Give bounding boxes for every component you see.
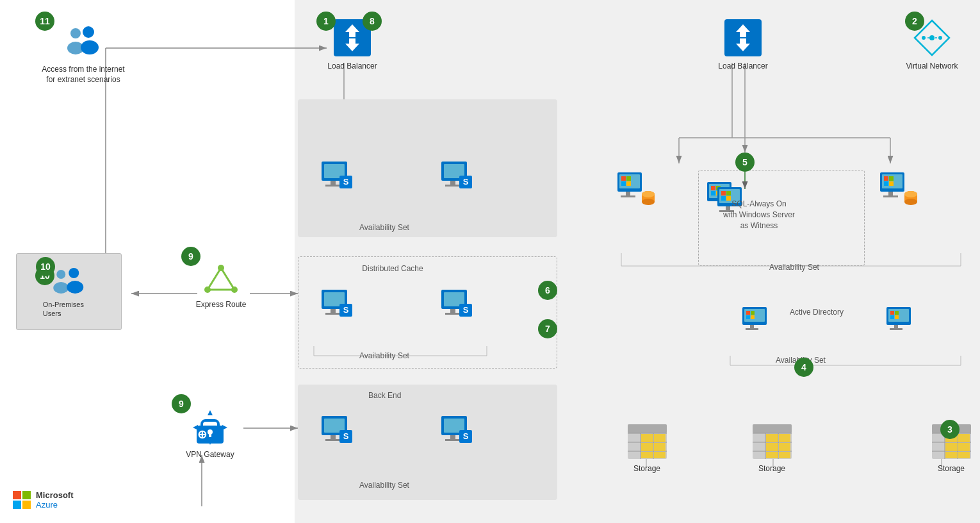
svg-point-40 (70, 28, 81, 38)
azure-logo: Microsoft Azure (13, 490, 74, 510)
virtual-network-node: Virtual Network (894, 18, 970, 72)
svg-line-49 (221, 268, 234, 290)
azure-text: Microsoft Azure (36, 490, 74, 510)
azure-square-red (13, 491, 21, 499)
svg-rect-160 (890, 315, 894, 319)
storage1-label: Storage (633, 464, 660, 474)
svg-rect-57 (209, 432, 211, 437)
load-balancer-right-label: Load Balancer (718, 62, 767, 72)
virtual-network-label: Virtual Network (906, 62, 958, 72)
azure-squares-icon (13, 491, 31, 509)
back-end-vm1-node: S (319, 413, 356, 447)
svg-rect-163 (890, 328, 902, 330)
ad-vm2-node (884, 304, 919, 336)
svg-rect-165 (628, 424, 667, 433)
sql-vm1-icon (615, 170, 657, 207)
svg-rect-112 (621, 176, 626, 181)
svg-rect-153 (751, 315, 755, 319)
storage2-label: Storage (758, 464, 785, 474)
express-route-label: Express Route (196, 300, 247, 310)
svg-rect-171 (641, 434, 653, 442)
svg-rect-101 (325, 439, 341, 441)
svg-rect-162 (894, 325, 898, 328)
svg-line-48 (208, 268, 221, 290)
storage2-icon (751, 423, 793, 460)
svg-text:S: S (463, 431, 469, 441)
svg-rect-154 (750, 325, 754, 328)
badge-3: 3 (940, 420, 960, 439)
svg-point-42 (83, 26, 94, 38)
svg-rect-159 (895, 311, 899, 315)
ad-vm2-icon (884, 304, 919, 336)
svg-rect-150 (746, 311, 750, 315)
badge-10-inner: 10 (36, 257, 55, 276)
svg-rect-151 (751, 311, 755, 315)
availability-set-label-3: Availability Set (346, 481, 423, 490)
storage1-node: Storage (615, 423, 679, 474)
active-directory-label: Active Directory (781, 308, 852, 317)
ad-vm1-icon (740, 304, 775, 336)
express-route-icon (202, 263, 240, 296)
storage1-icon (626, 423, 668, 460)
svg-rect-161 (895, 315, 899, 319)
availability-set-label-1: Availability Set (346, 223, 423, 232)
badge-7: 7 (538, 319, 557, 338)
svg-rect-152 (746, 315, 750, 319)
distributed-cache-label: Distributed Cache (351, 264, 434, 273)
people-icon (63, 26, 104, 61)
svg-marker-62 (222, 425, 227, 430)
storage3-label: Storage (938, 464, 965, 474)
svg-rect-202 (958, 452, 970, 458)
dist-cache-vm1-icon: S (319, 287, 356, 320)
azure-square-green (22, 491, 31, 499)
svg-rect-185 (779, 434, 790, 442)
azure-square-yellow (22, 501, 31, 509)
svg-rect-114 (621, 181, 626, 186)
svg-text:S: S (343, 177, 349, 187)
back-end-vm1-icon: S (319, 413, 356, 447)
access-internet-node: Access from the internet for extranet sc… (38, 26, 128, 85)
svg-point-43 (81, 40, 99, 54)
svg-point-146 (904, 199, 917, 205)
svg-rect-138 (884, 176, 888, 181)
back-end-label: Back End (368, 391, 401, 400)
svg-point-52 (204, 286, 211, 293)
web-fe-vm2-node: S (439, 159, 476, 192)
svg-rect-124 (711, 186, 715, 190)
svg-rect-188 (766, 452, 778, 458)
svg-point-147 (904, 191, 917, 197)
web-fe-vm1-icon: S (319, 159, 356, 192)
svg-rect-155 (746, 328, 758, 330)
svg-rect-130 (721, 191, 726, 195)
on-premises-box: 10 On-Premises Users (16, 253, 122, 330)
badge-11: 11 (35, 12, 54, 31)
svg-text:S: S (343, 305, 349, 315)
dist-cache-vm2-icon: S (439, 287, 476, 320)
svg-rect-199 (945, 443, 958, 451)
svg-rect-94 (450, 309, 455, 313)
ad-vm1-node (740, 304, 775, 336)
svg-rect-142 (888, 192, 893, 195)
dist-cache-vm2-node: S (439, 287, 476, 320)
svg-rect-77 (325, 185, 341, 187)
svg-rect-172 (654, 434, 666, 442)
svg-rect-158 (890, 311, 894, 315)
svg-point-46 (69, 268, 79, 278)
svg-rect-139 (889, 176, 894, 181)
badge-9b: 9 (172, 394, 191, 413)
load-balancer-left-label: Load Balancer (327, 62, 377, 72)
on-premises-users-icon (50, 267, 88, 299)
svg-rect-107 (445, 439, 461, 441)
svg-rect-187 (779, 443, 790, 451)
svg-rect-173 (641, 443, 653, 451)
svg-rect-100 (331, 435, 336, 439)
svg-rect-140 (884, 181, 888, 186)
svg-rect-141 (889, 181, 894, 186)
svg-text:S: S (463, 305, 469, 315)
svg-rect-115 (626, 181, 631, 186)
badge-5: 5 (735, 153, 755, 172)
svg-point-44 (57, 270, 66, 279)
svg-rect-143 (883, 195, 898, 197)
svg-rect-88 (331, 309, 336, 313)
load-balancer-right-node: Load Balancer (711, 18, 775, 72)
